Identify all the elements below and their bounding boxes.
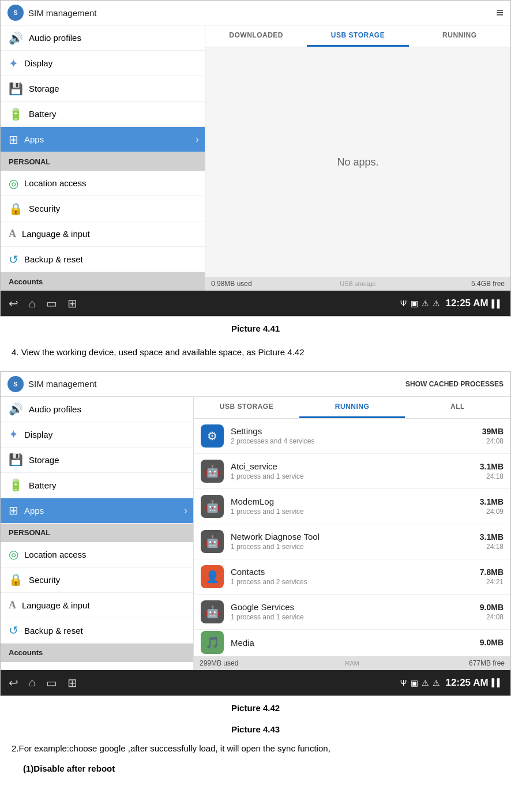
sidebar-item-language-42[interactable]: A Language & input bbox=[1, 593, 193, 618]
storage-bar-41: 0.98MB used USB storage 5.4GB free bbox=[205, 277, 510, 291]
warning-icon-42b: ⚠ bbox=[433, 678, 440, 687]
sidebar-item-location-41[interactable]: ◎ Location access bbox=[1, 171, 205, 196]
contacts-app-sub: 1 process and 2 services bbox=[231, 578, 480, 586]
storage-label-42: Storage bbox=[29, 455, 59, 465]
network-app-mb: 3.1MB bbox=[480, 532, 504, 542]
sim-icon-41: S bbox=[7, 5, 24, 21]
title-bar-42: S SIM management SHOW CACHED PROCESSES bbox=[1, 372, 510, 397]
tab-running-42[interactable]: RUNNING bbox=[299, 397, 405, 418]
contacts-app-icon: 👤 bbox=[201, 565, 224, 588]
sidebar-item-display-41[interactable]: ✦ Display bbox=[1, 51, 205, 76]
running-item-modemlog[interactable]: 🤖 ModemLog 1 process and 1 service 3.1MB… bbox=[194, 489, 510, 524]
sidebar-item-backup-41[interactable]: ↺ Backup & reset bbox=[1, 247, 205, 272]
apps-label-42: Apps bbox=[24, 506, 44, 516]
body-text-1: 4. View the working device, used space a… bbox=[12, 345, 499, 360]
sidebar-item-storage-42[interactable]: 💾 Storage bbox=[1, 448, 193, 473]
menu-nav-icon-42[interactable]: ⊞ bbox=[67, 676, 77, 690]
back-icon-41[interactable]: ↩ bbox=[9, 296, 18, 310]
picture-41-container: S SIM management ≡ 🔊 Audio profiles ✦ Di… bbox=[0, 0, 511, 317]
running-item-contacts[interactable]: 👤 Contacts 1 process and 2 services 7.8M… bbox=[194, 559, 510, 595]
accounts-header-42: Accounts bbox=[1, 644, 193, 662]
settings-app-icon: ⚙ bbox=[201, 424, 224, 448]
sidebar-item-audio-42[interactable]: 🔊 Audio profiles bbox=[1, 397, 193, 422]
main-body-42: 🔊 Audio profiles ✦ Display 💾 Storage 🔋 B… bbox=[1, 397, 510, 670]
sidebar-item-location-42[interactable]: ◎ Location access bbox=[1, 542, 193, 567]
tab-all-42[interactable]: ALL bbox=[405, 397, 510, 418]
storage-center-label-41: USB storage bbox=[340, 280, 375, 287]
home-icon-42[interactable]: ⌂ bbox=[29, 676, 36, 689]
tab-bar-42: USB STORAGE RUNNING ALL bbox=[194, 397, 510, 419]
storage-label-41: Storage bbox=[29, 84, 59, 93]
back-icon-42[interactable]: ↩ bbox=[9, 676, 18, 690]
tab-usb-42[interactable]: USB STORAGE bbox=[194, 397, 299, 418]
media-app-info: Media bbox=[231, 638, 480, 648]
google-app-name: Google Services bbox=[231, 602, 480, 612]
contacts-app-name: Contacts bbox=[231, 567, 480, 577]
menu-nav-icon-41[interactable]: ⊞ bbox=[67, 296, 77, 310]
sidebar-item-language-41[interactable]: A Language & input bbox=[1, 221, 205, 247]
backup-icon-42: ↺ bbox=[9, 623, 18, 637]
battery-icon-41: 🔋 bbox=[9, 107, 23, 121]
warning-icon-42a: ⚠ bbox=[422, 678, 429, 687]
security-label-41: Security bbox=[29, 204, 60, 213]
running-item-settings[interactable]: ⚙ Settings 2 processes and 4 services 39… bbox=[194, 419, 510, 454]
network-app-size-block: 3.1MB 24:18 bbox=[480, 532, 504, 551]
tab-bar-41: DOWNLOADED USB STORAGE RUNNING bbox=[205, 25, 510, 47]
running-item-google[interactable]: 🤖 Google Services 1 process and 1 servic… bbox=[194, 595, 510, 630]
location-icon-42: ◎ bbox=[9, 547, 18, 561]
sidebar-item-apps-42[interactable]: ⊞ Apps › bbox=[1, 498, 193, 524]
atci-app-icon: 🤖 bbox=[201, 460, 224, 483]
sidebar-42: 🔊 Audio profiles ✦ Display 💾 Storage 🔋 B… bbox=[1, 397, 194, 670]
running-item-atci[interactable]: 🤖 Atci_service 1 process and 1 service 3… bbox=[194, 454, 510, 489]
picture-42-container: S SIM management SHOW CACHED PROCESSES 🔊… bbox=[0, 371, 511, 696]
settings-app-name: Settings bbox=[231, 426, 482, 436]
google-app-time: 24:08 bbox=[480, 613, 504, 621]
google-app-mb: 9.0MB bbox=[480, 603, 504, 612]
audio-icon-42: 🔊 bbox=[9, 402, 23, 416]
menu-icon-41[interactable]: ≡ bbox=[496, 5, 504, 20]
apps-label-41: Apps bbox=[24, 134, 44, 144]
sidebar-item-security-42[interactable]: 🔒 Security bbox=[1, 567, 193, 593]
time-42: 12:25 AM bbox=[446, 677, 489, 689]
caption-41: Picture 4.41 bbox=[0, 324, 511, 333]
atci-app-sub: 1 process and 1 service bbox=[231, 472, 480, 480]
tab-usb-storage-41[interactable]: USB STORAGE bbox=[307, 25, 408, 47]
network-app-name: Network Diagnose Tool bbox=[231, 532, 480, 542]
sidebar-item-security-41[interactable]: 🔒 Security bbox=[1, 196, 205, 221]
contacts-app-mb: 7.8MB bbox=[480, 567, 504, 577]
sidebar-item-battery-42[interactable]: 🔋 Battery bbox=[1, 473, 193, 498]
sidebar-item-apps-41[interactable]: ⊞ Apps › bbox=[1, 127, 205, 152]
tab-running-41[interactable]: RUNNING bbox=[409, 25, 510, 47]
arrow-icon-41: › bbox=[196, 133, 199, 145]
sidebar-item-battery-41[interactable]: 🔋 Battery bbox=[1, 102, 205, 127]
google-app-info: Google Services 1 process and 1 service bbox=[231, 602, 480, 621]
main-body-41: 🔊 Audio profiles ✦ Display 💾 Storage 🔋 B… bbox=[1, 25, 510, 291]
tab-downloaded-41[interactable]: DOWNLOADED bbox=[205, 25, 307, 47]
recent-icon-42[interactable]: ▭ bbox=[46, 676, 57, 690]
media-app-size-block: 9.0MB bbox=[480, 638, 504, 647]
status-bar-right-41: Ψ ▣ ⚠ ⚠ 12:25 AM ▌▌ bbox=[400, 298, 502, 309]
sidebar-item-storage-41[interactable]: 💾 Storage bbox=[1, 76, 205, 102]
home-icon-41[interactable]: ⌂ bbox=[29, 297, 36, 310]
settings-app-sub: 2 processes and 4 services bbox=[231, 437, 482, 445]
running-item-network[interactable]: 🤖 Network Diagnose Tool 1 process and 1 … bbox=[194, 524, 510, 559]
show-cached-label-42[interactable]: SHOW CACHED PROCESSES bbox=[405, 380, 504, 388]
recent-icon-41[interactable]: ▭ bbox=[46, 296, 57, 310]
storage-bar-42: 299MB used RAM 677MB free bbox=[194, 656, 510, 670]
atci-app-info: Atci_service 1 process and 1 service bbox=[231, 461, 480, 480]
sidebar-item-backup-42[interactable]: ↺ Backup & reset bbox=[1, 618, 193, 644]
security-label-42: Security bbox=[29, 575, 60, 585]
warning-icon-41b: ⚠ bbox=[433, 299, 440, 308]
display-icon-42: ✦ bbox=[9, 427, 18, 441]
audio-label-42: Audio profiles bbox=[29, 404, 81, 414]
running-item-media[interactable]: 🎵 Media 9.0MB bbox=[194, 630, 510, 656]
language-icon-41: A bbox=[9, 228, 16, 240]
settings-app-info: Settings 2 processes and 4 services bbox=[231, 426, 482, 445]
audio-label-41: Audio profiles bbox=[29, 33, 81, 43]
sidebar-item-audio-41[interactable]: 🔊 Audio profiles bbox=[1, 25, 205, 51]
sidebar-item-display-42[interactable]: ✦ Display bbox=[1, 422, 193, 448]
title-text-42: SIM management bbox=[28, 379, 96, 389]
settings-app-size-block: 39MB 24:08 bbox=[482, 427, 504, 445]
google-app-sub: 1 process and 1 service bbox=[231, 613, 480, 621]
storage-icon-42: 💾 bbox=[9, 453, 23, 467]
